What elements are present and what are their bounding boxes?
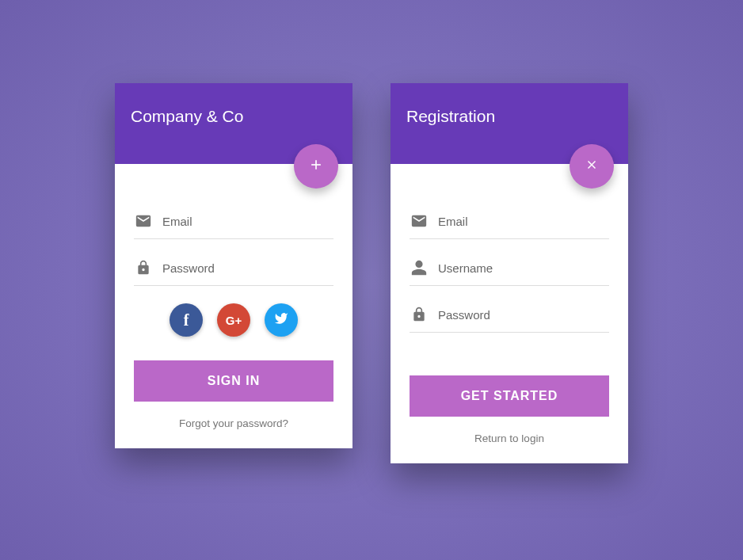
add-button[interactable] — [294, 144, 338, 189]
register-title: Registration — [406, 107, 495, 125]
return-to-login-link[interactable]: Return to login — [410, 432, 609, 444]
login-title: Company & Co — [131, 107, 243, 125]
person-icon — [410, 258, 429, 277]
social-row: f G+ — [134, 303, 333, 337]
facebook-button[interactable]: f — [170, 303, 203, 337]
twitter-icon — [274, 311, 288, 329]
close-icon — [585, 158, 599, 175]
login-email-field — [134, 204, 333, 239]
register-email-input[interactable] — [438, 215, 609, 228]
login-password-field — [134, 250, 333, 286]
email-icon — [410, 211, 429, 230]
login-body: f G+ SIGN IN Forgot your password? — [115, 164, 352, 448]
login-card: Company & Co f G+ — [115, 83, 352, 448]
plus-icon — [308, 157, 324, 176]
sign-in-button[interactable]: SIGN IN — [134, 360, 333, 402]
lock-icon — [410, 305, 429, 324]
register-username-field — [410, 250, 609, 286]
register-password-field — [410, 297, 609, 333]
google-plus-icon: G+ — [226, 314, 242, 327]
get-started-button[interactable]: GET STARTED — [410, 375, 609, 417]
register-email-field — [410, 204, 609, 239]
login-password-input[interactable] — [162, 261, 333, 275]
twitter-button[interactable] — [265, 303, 298, 337]
register-card: Registration GET STARTED Return to log — [391, 83, 628, 463]
register-body: GET STARTED Return to login — [391, 164, 628, 463]
register-password-input[interactable] — [438, 308, 609, 322]
email-icon — [134, 211, 153, 230]
register-username-input[interactable] — [438, 261, 609, 275]
facebook-icon: f — [184, 311, 189, 330]
login-email-input[interactable] — [162, 215, 333, 228]
forgot-password-link[interactable]: Forgot your password? — [134, 417, 333, 429]
lock-icon — [134, 258, 153, 277]
close-button[interactable] — [570, 144, 614, 189]
google-plus-button[interactable]: G+ — [217, 303, 250, 337]
